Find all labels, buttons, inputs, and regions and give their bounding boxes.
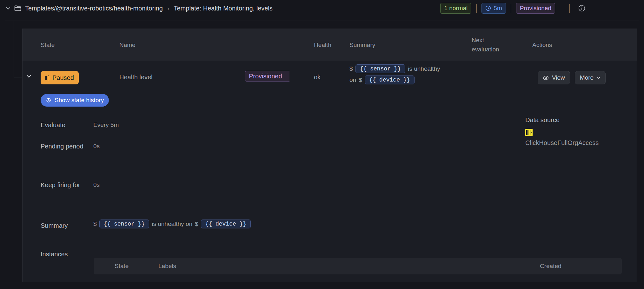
breadcrumb-bar: Templates/@transitive-robotics/health-mo…	[0, 0, 644, 16]
chevron-down-icon[interactable]	[6, 7, 10, 10]
rule-health-value: ok	[314, 74, 321, 81]
summary-dollar: $	[349, 65, 353, 72]
datasource-name: ClickHouseFullOrgAccess	[525, 139, 599, 147]
clickhouse-logo-icon	[525, 129, 599, 136]
breadcrumb-current-page: Template: Health Monitoring, levels	[174, 5, 273, 12]
detail-label-evaluate: Evaluate	[41, 118, 83, 132]
template-chip-sensor: {{ sensor }}	[99, 220, 149, 228]
column-header-actions: Actions	[532, 40, 552, 49]
row-expander-chevron-down-icon[interactable]	[26, 75, 31, 78]
rule-actions: View More	[538, 71, 606, 84]
instances-column-created: Created	[540, 263, 561, 270]
interval-badge: 5m	[481, 3, 506, 14]
summary-dollar: $	[195, 220, 198, 227]
detail-label-keep-firing-for: Keep firing for	[41, 178, 83, 192]
summary-dollar: $	[93, 220, 97, 227]
rules-table-header: State Name Health Summary Next evaluatio…	[23, 29, 637, 61]
breadcrumb-separator: ›	[167, 5, 169, 12]
detail-summary-value: ${{ sensor }}is unhealthy on${{ device }…	[93, 220, 251, 228]
summary-text: is unhealthy on	[152, 220, 192, 227]
detail-value-pending-period: 0s	[93, 142, 100, 150]
rule-name: Health level	[119, 74, 153, 81]
column-header-summary: Summary	[349, 40, 375, 49]
chevron-down-icon	[597, 76, 601, 79]
summary-dollar: $	[359, 76, 362, 83]
detail-label-summary: Summary	[41, 219, 83, 230]
detail-label-pending-period: Pending period	[41, 139, 83, 153]
datasource-title: Data source	[525, 116, 599, 124]
badge-divider	[476, 4, 477, 13]
clock-icon	[485, 5, 491, 11]
datasource-block: Data source ClickHouseFullOrgAccess	[525, 116, 599, 147]
instances-table-header: State Labels Created	[94, 258, 622, 274]
template-chip-sensor: {{ sensor }}	[355, 64, 406, 73]
tree-guide-vertical	[14, 21, 14, 77]
info-icon[interactable]	[578, 4, 586, 12]
instances-column-state: State	[115, 263, 129, 270]
detail-label-instances: Instances	[41, 247, 83, 258]
template-chip-device: {{ device }}	[201, 220, 251, 228]
summary-text: on	[349, 76, 356, 83]
pause-icon	[45, 76, 49, 80]
tree-guide-elbow	[14, 77, 22, 77]
column-header-state: State	[41, 40, 55, 49]
content-top-border	[5, 21, 639, 21]
rules-table-card: State Name Health Summary Next evaluatio…	[22, 29, 637, 282]
provisioned-badge: Provisioned	[516, 3, 555, 14]
column-header-name: Name	[119, 40, 136, 49]
rule-status-badges: 1 normal 5m Provisioned	[440, 3, 586, 14]
detail-value-evaluate: Every 5m	[93, 121, 119, 129]
show-state-history-button[interactable]: Show state history	[41, 94, 109, 107]
folder-icon	[14, 5, 21, 11]
column-header-next-evaluation: Next evaluation	[472, 36, 509, 54]
eye-icon	[543, 75, 549, 81]
rule-provisioned-badge-clipped: Provisioned	[245, 71, 289, 83]
rule-state-paused-badge: Paused	[41, 71, 79, 84]
rule-summary-cell: ${{ sensor }}is unhealthy on${{ device }…	[349, 64, 440, 84]
badge-divider	[569, 4, 570, 13]
more-button[interactable]: More	[575, 71, 606, 84]
instances-column-labels: Labels	[158, 263, 176, 270]
detail-value-keep-firing-for: 0s	[93, 181, 100, 189]
column-header-health: Health	[314, 40, 331, 49]
alert-rule-page: Templates/@transitive-robotics/health-mo…	[0, 0, 644, 289]
badge-divider	[511, 4, 511, 13]
template-chip-device: {{ device }}	[365, 76, 415, 84]
view-button[interactable]: View	[538, 71, 570, 84]
status-badge-normal: 1 normal	[440, 3, 471, 14]
breadcrumb-folder-link[interactable]: Templates/@transitive-robotics/health-mo…	[25, 5, 163, 12]
history-icon	[46, 97, 51, 103]
summary-text: is unhealthy	[408, 65, 440, 72]
